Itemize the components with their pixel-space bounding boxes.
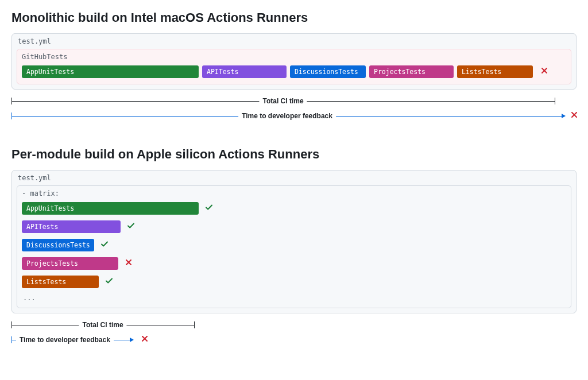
x-icon (540, 66, 549, 75)
workflow-filename: test.yml (12, 170, 576, 185)
total-ci-time-bar: Total CI time (11, 320, 194, 329)
test-bar-label: ListsTests (26, 278, 66, 286)
permodule-section: Per-module build on Apple silicon Action… (11, 147, 577, 344)
test-bar-label: DiscussionsTests (26, 241, 90, 249)
test-bar-label: AppUnitTests (26, 68, 74, 76)
matrix-row-apitests: APITests (22, 220, 566, 233)
test-bar-label: DiscussionsTests (295, 68, 358, 76)
workflow-job-container: GitHubTests AppUnitTestsAPITestsDiscussi… (17, 49, 571, 84)
matrix-row-appunittests: AppUnitTests (22, 202, 566, 215)
workflow-filename: test.yml (12, 34, 576, 49)
total-ci-time-bar: Total CI time (11, 96, 555, 106)
matrix-row-projectstests: ProjectsTests (22, 257, 566, 270)
workflow-job-container: - matrix: AppUnitTestsAPITestsDiscussion… (17, 185, 571, 308)
test-bar-projectstests: ProjectsTests (22, 257, 118, 270)
test-bar-liststests: ListsTests (457, 65, 533, 78)
section-title: Per-module build on Apple silicon Action… (11, 147, 577, 162)
feedback-time-bar: Time to developer feedback (11, 335, 148, 344)
test-bar-label: APITests (207, 68, 238, 76)
matrix-tests-column: AppUnitTestsAPITestsDiscussionsTestsProj… (22, 202, 566, 302)
test-bar-projectstests: ProjectsTests (369, 65, 454, 78)
monolithic-section: Monolithic build on Intel macOS Actions … (11, 10, 577, 121)
test-bar-label: ProjectsTests (26, 259, 78, 267)
check-icon (126, 221, 136, 230)
test-bar-label: AppUnitTests (26, 204, 74, 212)
timeline-group: Total CI time Time to developer feedback (11, 96, 577, 121)
x-icon (140, 334, 149, 346)
x-icon (570, 110, 579, 119)
check-icon (105, 276, 114, 285)
job-name: - matrix: (22, 189, 566, 197)
total-ci-label: Total CI time (79, 321, 126, 329)
test-bar-liststests: ListsTests (22, 276, 99, 288)
x-icon (570, 110, 579, 122)
test-bar-appunittests: AppUnitTests (22, 65, 199, 78)
feedback-time-bar: Time to developer feedback (11, 111, 577, 121)
matrix-row-liststests: ListsTests (22, 276, 566, 288)
check-icon (204, 203, 214, 212)
ellipsis: ... (22, 294, 566, 302)
check-icon (100, 239, 109, 249)
matrix-row-discussionstests: DiscussionsTests (22, 239, 566, 251)
x-icon (124, 258, 133, 267)
workflow-card: test.yml GitHubTests AppUnitTestsAPITest… (11, 33, 577, 90)
test-bar-label: APITests (26, 223, 58, 231)
section-title: Monolithic build on Intel macOS Actions … (11, 10, 577, 25)
test-bar-appunittests: AppUnitTests (22, 202, 199, 215)
feedback-label: Time to developer feedback (238, 112, 336, 120)
test-bar-apitests: APITests (22, 220, 121, 233)
job-name: GitHubTests (22, 53, 566, 61)
sequential-tests-row: AppUnitTestsAPITestsDiscussionsTestsProj… (22, 65, 566, 78)
total-ci-label: Total CI time (259, 97, 307, 105)
x-icon (140, 334, 149, 343)
test-bar-discussionstests: DiscussionsTests (22, 239, 94, 251)
test-bar-discussionstests: DiscussionsTests (290, 65, 366, 78)
test-bar-label: ListsTests (462, 68, 501, 76)
feedback-label: Time to developer feedback (16, 336, 114, 344)
timeline-group: Total CI time Time to developer feedback (11, 320, 577, 344)
test-bar-label: ProjectsTests (374, 68, 425, 76)
workflow-card: test.yml - matrix: AppUnitTestsAPITestsD… (11, 170, 577, 313)
test-bar-apitests: APITests (202, 65, 287, 78)
